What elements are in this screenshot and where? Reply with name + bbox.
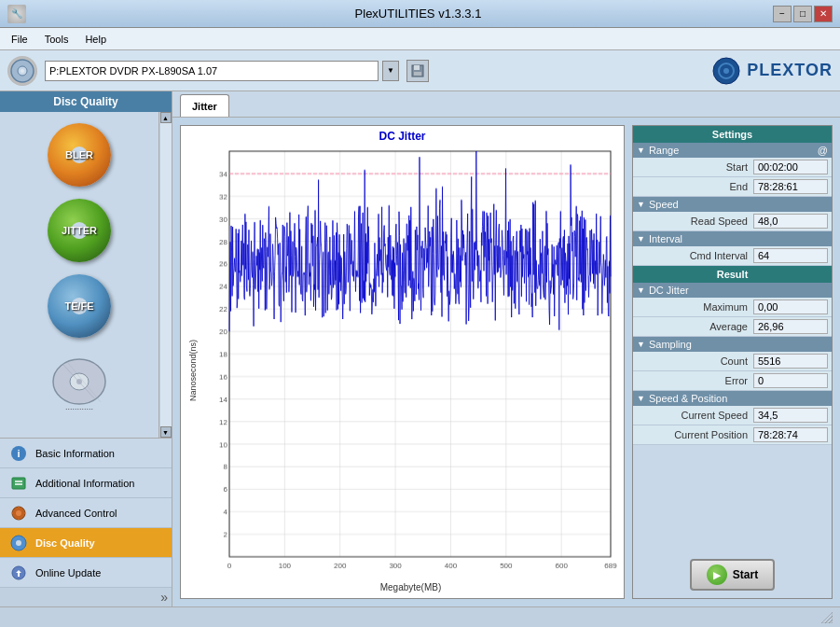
cmd-interval-row: Cmd Interval 64 bbox=[633, 246, 832, 266]
range-section-header[interactable]: ▼ Range @ bbox=[633, 143, 832, 158]
speed-position-label: Speed & Position bbox=[649, 393, 727, 404]
nav-disc-quality[interactable]: Disc Quality bbox=[0, 528, 172, 558]
disc-icons-scrollbar[interactable]: ▲ ▼ bbox=[158, 112, 172, 438]
plextor-logo: PLEXTOR bbox=[711, 56, 833, 86]
jitter-label: JITTER bbox=[62, 225, 97, 236]
svg-line-29 bbox=[829, 620, 833, 623]
scratch-disc-button[interactable]: ............ bbox=[19, 346, 140, 416]
range-end-label: End bbox=[637, 181, 753, 192]
bler-label: BLER bbox=[65, 149, 93, 160]
dc-jitter-max-value: 0,00 bbox=[753, 300, 828, 314]
nav-advanced-control[interactable]: Advanced Control bbox=[0, 498, 172, 528]
disc-quality-label: Disc Quality bbox=[35, 537, 95, 549]
svg-rect-16 bbox=[12, 478, 25, 489]
dc-jitter-avg-row: Average 26,96 ~9,16% bbox=[633, 317, 832, 337]
menu-help[interactable]: Help bbox=[77, 32, 114, 47]
nav-additional-info[interactable]: Additional Information bbox=[0, 468, 172, 498]
advanced-control-label: Advanced Control bbox=[35, 508, 117, 519]
cmd-interval-label: Cmd Interval bbox=[637, 250, 753, 261]
dc-jitter-label: DC Jitter bbox=[649, 285, 689, 296]
scroll-up-button[interactable]: ▲ bbox=[160, 112, 172, 123]
speed-section-header[interactable]: ▼ Speed bbox=[633, 197, 832, 212]
device-dropdown-arrow[interactable]: ▼ bbox=[382, 61, 399, 81]
dc-jitter-avg-label: Average bbox=[637, 321, 753, 332]
range-label: Range bbox=[649, 145, 679, 156]
svg-text:i: i bbox=[17, 448, 20, 459]
expand-arrow[interactable]: » bbox=[0, 588, 172, 606]
additional-info-icon bbox=[7, 472, 30, 495]
chart-container: DC Jitter Nanosecond(ns) Megabyte(MB) bbox=[180, 125, 625, 599]
resize-handle[interactable] bbox=[821, 612, 833, 623]
current-position-row: Current Position 78:28:74 bbox=[633, 425, 832, 445]
advanced-control-icon bbox=[7, 502, 30, 524]
start-button[interactable]: ▶ Start bbox=[690, 559, 775, 591]
maximize-button[interactable]: □ bbox=[793, 6, 812, 22]
nav-items: i Basic Information Additional Informati… bbox=[0, 438, 172, 588]
nav-online-update[interactable]: Online Update bbox=[0, 558, 172, 588]
app-icon: 🔧 bbox=[7, 5, 26, 23]
device-icon bbox=[7, 56, 37, 86]
tefe-button[interactable]: TE/FE bbox=[19, 271, 140, 341]
dc-jitter-max-row: Maximum 0,00 bbox=[633, 298, 832, 317]
online-update-icon bbox=[7, 562, 30, 584]
additional-info-label: Additional Information bbox=[35, 478, 134, 489]
speed-label: Speed bbox=[649, 199, 679, 210]
sampling-count-row: Count 5516 bbox=[633, 352, 832, 371]
range-end-value: 78:28:61 bbox=[753, 179, 828, 194]
cmd-interval-value: 64 bbox=[753, 248, 828, 263]
content-main: DC Jitter Nanosecond(ns) Megabyte(MB) S bbox=[172, 118, 840, 606]
current-speed-label: Current Speed bbox=[637, 410, 753, 421]
range-start-value: 00:02:00 bbox=[753, 160, 828, 174]
jitter-button[interactable]: JITTER bbox=[19, 195, 140, 265]
sampling-error-value: 0 bbox=[753, 373, 828, 388]
basic-info-label: Basic Information bbox=[35, 448, 115, 459]
start-arrow-icon: ▶ bbox=[713, 570, 721, 580]
tab-bar: Jitter bbox=[172, 91, 840, 118]
interval-section-header[interactable]: ▼ Interval bbox=[633, 231, 832, 246]
result-header: Result bbox=[633, 266, 832, 283]
jitter-tab[interactable]: Jitter bbox=[180, 94, 229, 117]
current-position-label: Current Position bbox=[637, 429, 753, 440]
sampling-error-row: Error 0 bbox=[633, 371, 832, 391]
nav-basic-info[interactable]: i Basic Information bbox=[0, 439, 172, 468]
device-dropdown[interactable]: P:PLEXTOR DVDR PX-L890SA 1.07 bbox=[45, 61, 379, 81]
range-end-row: End 78:28:61 bbox=[633, 177, 832, 197]
dc-jitter-section-header[interactable]: ▼ DC Jitter bbox=[633, 283, 832, 298]
sampling-section-header[interactable]: ▼ Sampling bbox=[633, 337, 832, 352]
main-area: Disc Quality BLER JITTER bbox=[0, 91, 840, 606]
range-start-label: Start bbox=[637, 161, 753, 173]
chart-title: DC Jitter bbox=[181, 126, 624, 146]
svg-rect-5 bbox=[414, 72, 421, 76]
device-dropdown-container: P:PLEXTOR DVDR PX-L890SA 1.07 ▼ bbox=[45, 61, 399, 81]
save-button[interactable] bbox=[406, 60, 429, 82]
svg-point-8 bbox=[723, 68, 729, 74]
svg-line-28 bbox=[825, 616, 833, 623]
speed-position-toggle-icon: ▼ bbox=[637, 394, 645, 403]
scroll-down-button[interactable]: ▼ bbox=[160, 426, 172, 438]
sampling-label: Sampling bbox=[649, 339, 692, 350]
disc-quality-icon bbox=[7, 532, 30, 554]
close-button[interactable]: ✕ bbox=[814, 6, 833, 22]
speed-position-section-header[interactable]: ▼ Speed & Position bbox=[633, 391, 832, 406]
svg-point-26 bbox=[16, 540, 21, 546]
range-toggle-icon: ▼ bbox=[637, 146, 645, 155]
sidebar-header: Disc Quality bbox=[0, 91, 172, 112]
minimize-button[interactable]: − bbox=[773, 6, 792, 22]
settings-panel: Settings ▼ Range @ Start 00:02:00 End 78… bbox=[632, 125, 833, 599]
disc-icons-list: BLER JITTER TE/FE bbox=[0, 112, 158, 438]
menu-file[interactable]: File bbox=[4, 32, 35, 47]
range-start-row: Start 00:02:00 bbox=[633, 158, 832, 177]
interval-toggle-icon: ▼ bbox=[637, 234, 645, 244]
dc-jitter-avg-value: 26,96 bbox=[753, 319, 828, 334]
dc-jitter-max-label: Maximum bbox=[637, 301, 753, 313]
online-update-label: Online Update bbox=[35, 567, 101, 578]
speed-toggle-icon: ▼ bbox=[637, 200, 645, 209]
menu-tools[interactable]: Tools bbox=[37, 32, 76, 47]
bler-button[interactable]: BLER bbox=[19, 119, 140, 189]
sampling-count-value: 5516 bbox=[753, 354, 828, 369]
x-axis-label: Megabyte(MB) bbox=[201, 580, 620, 594]
menu-bar: File Tools Help bbox=[0, 28, 840, 50]
sampling-toggle-icon: ▼ bbox=[637, 340, 645, 349]
read-speed-label: Read Speed bbox=[637, 216, 753, 227]
sampling-count-label: Count bbox=[637, 355, 753, 367]
